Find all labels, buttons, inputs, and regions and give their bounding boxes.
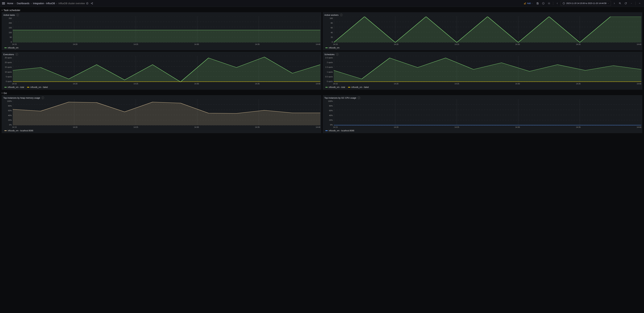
y-tick: 50: [10, 36, 12, 38]
menu-icon[interactable]: [2, 2, 5, 4]
header-right: Add 2023-11-20 14:15:00 to 2023-11-20 14…: [522, 1, 642, 6]
info-icon[interactable]: i: [340, 14, 343, 16]
info-icon[interactable]: i: [16, 53, 18, 56]
panel-heap[interactable]: Top instances by heap memory usagei100%8…: [2, 95, 321, 133]
panel-title: Top instances by heap memory usage: [3, 96, 40, 99]
y-tick: 60%: [8, 110, 12, 112]
crumb-folder[interactable]: Integration - InfluxDB: [33, 2, 55, 5]
crumb-dashboards[interactable]: Dashboards: [17, 2, 30, 5]
info-icon[interactable]: i: [336, 53, 338, 56]
panel-gc[interactable]: Top instances by GC CPU usagei100%80%60%…: [323, 95, 642, 133]
legend-item[interactable]: influxdb_vm - failed: [27, 86, 48, 88]
panel-title: Active tasks: [3, 14, 15, 16]
refresh-dropdown-icon[interactable]: [629, 1, 634, 6]
legend-label: influxdb_vm - localhost:8086: [329, 130, 354, 132]
time-range-label: 2023-11-20 14:15:00 to 2023-11-20 14:44:…: [566, 2, 606, 4]
y-tick: 15 ops/s: [5, 66, 12, 68]
y-tick: 80%: [8, 105, 12, 107]
y-tick: 60: [331, 27, 333, 29]
next-range-icon[interactable]: [612, 1, 617, 6]
y-tick: 20 ops/s: [5, 62, 12, 64]
legend-label: influxdb_vm - localhost:8086: [8, 130, 33, 132]
y-tick: 0 ops/s: [327, 80, 333, 82]
y-tick: 100%: [328, 100, 333, 102]
y-tick: 60%: [329, 110, 333, 112]
panel-schedules[interactable]: Schedulesi2.5 ops/s2 ops/s1.5 ops/s1 ops…: [323, 52, 642, 90]
legend-item[interactable]: influxdb_vm: [325, 47, 340, 49]
chevron-down-icon: ▾: [2, 9, 2, 11]
refresh-icon[interactable]: [623, 1, 628, 6]
share-icon[interactable]: [90, 1, 94, 6]
svg-rect-4: [525, 3, 525, 4]
y-tick: 1 ops/s: [327, 71, 333, 73]
y-tick: 5 ops/s: [6, 76, 12, 78]
save-icon[interactable]: [535, 1, 540, 6]
add-label: Add: [527, 2, 530, 4]
panel-title: Top instances by GC CPU usage: [324, 96, 356, 99]
legend-label: influxdb_vm: [329, 47, 340, 49]
panel-executions[interactable]: Executionsi25 ops/s20 ops/s15 ops/s10 op…: [2, 52, 321, 90]
zoom-out-icon[interactable]: [618, 1, 622, 6]
row-go[interactable]: ▾Go: [2, 91, 642, 95]
y-tick: 20%: [8, 119, 12, 121]
collapse-icon[interactable]: [637, 1, 642, 6]
settings-icon[interactable]: [547, 1, 552, 6]
chevron-down-icon: ▾: [2, 92, 2, 94]
y-tick: 80: [331, 22, 333, 24]
svg-rect-3: [524, 3, 525, 4]
y-tick: 150: [9, 27, 12, 29]
time-picker[interactable]: 2023-11-20 14:15:00 to 2023-11-20 14:44:…: [560, 1, 611, 6]
legend-item[interactable]: influxdb_vm - localhost:8086: [4, 130, 33, 132]
panel-title: Schedules: [324, 53, 334, 56]
star-icon[interactable]: [85, 1, 90, 6]
y-tick: 10 ops/s: [5, 71, 12, 73]
y-tick: 80%: [329, 105, 333, 107]
y-tick: 40%: [329, 114, 333, 116]
y-tick: 1.5 ops/s: [325, 66, 333, 68]
y-tick: 2 ops/s: [327, 62, 333, 64]
svg-point-2: [92, 4, 92, 4]
row-label: Task scheduler: [4, 9, 20, 12]
legend-label: influxdb_vm: [8, 47, 18, 49]
info-icon[interactable]: i: [42, 96, 44, 99]
y-tick: 100: [9, 32, 12, 34]
info-icon[interactable]: [541, 1, 546, 6]
info-icon[interactable]: i: [358, 96, 360, 99]
legend-item[interactable]: influxdb_vm - failed: [348, 86, 369, 88]
legend-label: influxdb_vm - failed: [351, 86, 369, 88]
panel-active-tasks[interactable]: Active tasksi25020015010050014:1514:2014…: [2, 12, 321, 50]
y-tick: 0 ops/s: [6, 80, 12, 82]
panel-title: Active workers: [324, 14, 338, 16]
panel-title: Executions: [3, 53, 14, 56]
y-tick: 20%: [329, 119, 333, 121]
info-icon[interactable]: i: [16, 14, 19, 16]
y-tick: 0%: [330, 124, 333, 126]
crumb-current: InfluxDB cluster overview: [58, 2, 85, 5]
legend-item[interactable]: influxdb_vm - total: [4, 86, 24, 88]
svg-point-1: [92, 2, 92, 3]
legend-item[interactable]: influxdb_vm - total: [325, 86, 345, 88]
y-tick: 0.5 ops/s: [325, 76, 333, 78]
y-tick: 0%: [9, 124, 12, 126]
y-tick: 0: [11, 41, 12, 43]
legend-item[interactable]: influxdb_vm: [4, 47, 18, 49]
legend-item[interactable]: influxdb_vm - localhost:8086: [325, 130, 354, 132]
crumb-home[interactable]: Home: [7, 2, 13, 5]
panel-active-workers[interactable]: Active workersi10080604020014:1514:2014:…: [323, 12, 642, 50]
svg-point-6: [549, 3, 549, 4]
y-tick: 200: [9, 22, 12, 24]
legend-label: influxdb_vm - total: [329, 86, 345, 88]
y-tick: 20: [331, 36, 333, 38]
svg-point-0: [91, 3, 92, 4]
breadcrumb: Home› Dashboards› Integration - InfluxDB…: [7, 2, 85, 5]
topbar: Home› Dashboards› Integration - InfluxDB…: [0, 0, 644, 7]
row-task-scheduler[interactable]: ▾Task scheduler: [2, 8, 642, 12]
y-tick: 100: [330, 17, 333, 19]
legend-label: influxdb_vm - failed: [30, 86, 48, 88]
y-tick: 250: [9, 17, 12, 19]
prev-range-icon[interactable]: [555, 1, 560, 6]
y-tick: 40%: [8, 114, 12, 116]
row-label: Go: [4, 92, 7, 94]
add-button[interactable]: Add: [522, 1, 534, 6]
y-tick: 100%: [7, 100, 12, 102]
